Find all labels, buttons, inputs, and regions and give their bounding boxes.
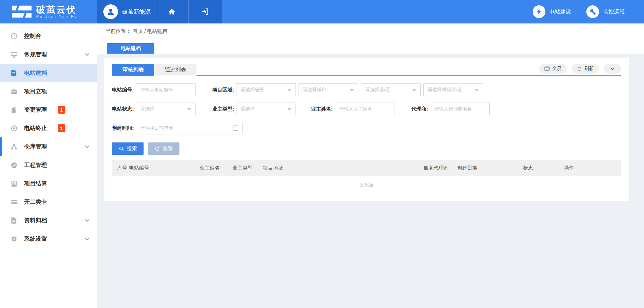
table-header-row: 序号 电站编号 业主姓名 业主类型 项目地址 服务代理商 创建日期 状态 操作 <box>112 160 621 176</box>
sidebar-item-label: 常规管理 <box>24 51 47 58</box>
chevron-down-icon <box>85 218 89 222</box>
col-status: 状态 <box>522 160 562 176</box>
account-menu[interactable]: 破茧新能源 <box>97 0 155 23</box>
col-service-agent: 服务代理商 <box>422 160 456 176</box>
sidebar-item-station-termination[interactable]: 电站终止 1 <box>0 119 97 137</box>
logout-button[interactable] <box>188 0 222 23</box>
county-select[interactable]: 请选择县/区 <box>361 83 421 96</box>
filter-row-1: 电站编号: 项目区域: 请选择省份 请选择城市 请选择县/区 请选择村镇/街道 <box>112 83 621 96</box>
agent-input[interactable] <box>430 103 490 115</box>
fullscreen-icon <box>544 66 550 71</box>
refresh-icon <box>577 66 582 71</box>
sidebar-item-warehouse-mgmt[interactable]: 仓库管理 <box>0 137 97 156</box>
user-avatar-icon <box>106 7 115 16</box>
col-created-date: 创建日期 <box>456 160 522 176</box>
tab-station-archive[interactable]: 电站建档 <box>107 43 154 54</box>
caret-down-icon <box>187 108 191 111</box>
chart-pie-icon <box>10 161 18 169</box>
briefcase-icon <box>10 87 18 96</box>
sidebar-item-station-archive[interactable]: 电站建档 <box>0 64 97 82</box>
calendar-icon <box>232 125 238 132</box>
reset-icon <box>155 146 160 151</box>
gauge-icon <box>10 32 18 40</box>
home-icon <box>168 8 176 16</box>
col-owner-type: 业主类型 <box>231 160 262 176</box>
sidebar-item-system-settings[interactable]: 系统设置 <box>0 230 97 248</box>
province-select[interactable]: 请选择省份 <box>236 83 296 96</box>
sidebar-item-label: 电站建档 <box>24 69 47 77</box>
nav-station-construction[interactable]: 电站建设 <box>533 5 571 18</box>
gear-icon <box>10 235 18 243</box>
sidebar-item-label: 仓库管理 <box>24 143 47 150</box>
filter-row-3: 创建时间: <box>112 122 621 134</box>
credit-card-icon <box>10 198 18 206</box>
tab-review-list[interactable]: 审核列表 <box>112 64 154 76</box>
col-actions: 操作 <box>562 160 621 176</box>
sidebar-item-label: 资料归档 <box>24 217 47 224</box>
owner-name-input[interactable] <box>335 103 394 115</box>
nav-monitor-ops[interactable]: 监控运维 <box>586 5 625 18</box>
sidebar-item-project-settlement[interactable]: 项目结算 <box>0 174 97 193</box>
sidebar-item-open-card[interactable]: 开二类卡 <box>0 193 97 211</box>
home-button[interactable] <box>155 0 188 23</box>
sidebar-item-label: 项目立项 <box>24 87 47 95</box>
tab-passed-list[interactable]: 通过列表 <box>154 64 197 76</box>
document-icon <box>10 69 18 77</box>
panel-tools: 全屏 刷新 <box>539 64 621 74</box>
breadcrumb-label: 当前位置： <box>106 28 131 35</box>
station-no-input[interactable] <box>136 83 196 96</box>
caret-down-icon <box>287 108 291 111</box>
header-right-nav: 电站建设 监控运维 <box>222 0 644 23</box>
caret-down-icon <box>287 89 291 91</box>
fullscreen-button[interactable]: 全屏 <box>539 64 567 74</box>
station-status-select[interactable]: 请选择 <box>136 103 196 115</box>
city-select[interactable]: 请选择城市 <box>299 83 358 96</box>
caret-down-icon <box>475 89 479 91</box>
sidebar-item-change-mgmt[interactable]: 变更管理 1 <box>0 101 97 119</box>
sidebar-item-label: 项目结算 <box>24 180 47 187</box>
sidebar-item-label: 电站终止 <box>24 124 47 132</box>
notification-badge: 1 <box>58 124 65 132</box>
calculator-icon <box>10 180 18 188</box>
owner-type-select[interactable]: 请选择 <box>236 103 296 115</box>
date-range-picker[interactable] <box>136 122 243 134</box>
reset-button[interactable]: 重置 <box>148 142 179 155</box>
sidebar: 控制台 常规管理 电站建档 项目立项 <box>0 23 97 308</box>
nav-label: 电站建设 <box>549 8 571 15</box>
caret-down-icon <box>350 89 354 91</box>
caret-down-icon <box>412 89 416 91</box>
col-project-address: 项目地址 <box>262 160 422 176</box>
region-label: 项目区域: <box>212 87 234 93</box>
chevron-down-icon <box>610 66 614 70</box>
sidebar-item-general-mgmt[interactable]: 常规管理 <box>0 45 97 64</box>
created-time-label: 创建时间: <box>112 125 134 131</box>
chevron-down-icon <box>85 52 89 56</box>
sidebar-item-label: 工程管理 <box>24 161 47 169</box>
chevron-down-icon <box>85 144 89 148</box>
sidebar-item-label: 系统设置 <box>24 235 47 243</box>
filter-form: 电站编号: 项目区域: 请选择省份 请选择城市 请选择县/区 请选择村镇/街道 <box>112 76 621 155</box>
sitemap-icon <box>10 143 18 151</box>
sidebar-item-console[interactable]: 控制台 <box>0 27 97 45</box>
refresh-button[interactable]: 刷新 <box>572 64 599 74</box>
chevron-down-icon <box>85 236 89 240</box>
collapse-button[interactable] <box>604 64 621 74</box>
page-tab-bar: 电站建档 <box>97 39 644 54</box>
logout-icon <box>201 8 209 16</box>
sidebar-item-label: 变更管理 <box>24 106 47 114</box>
company-name: 破茧新能源 <box>122 8 151 16</box>
sidebar-item-project-initiation[interactable]: 项目立项 <box>0 82 97 101</box>
sidebar-item-data-archive[interactable]: 资料归档 <box>0 211 97 230</box>
agent-label: 代理商: <box>411 106 428 112</box>
sidebar-item-label: 控制台 <box>24 32 41 40</box>
owner-name-label: 业主姓名: <box>311 106 333 112</box>
copy-icon <box>10 106 18 114</box>
col-station-no: 电站编号 <box>128 160 198 176</box>
sidebar-item-engineering-mgmt[interactable]: 工程管理 <box>0 156 97 174</box>
lightning-icon <box>535 8 543 15</box>
search-button[interactable]: 搜索 <box>112 142 144 155</box>
date-range-input[interactable] <box>136 122 243 134</box>
town-select[interactable]: 请选择村镇/街道 <box>423 83 483 96</box>
filter-actions: 搜索 重置 <box>112 142 621 155</box>
logo-title: 破茧云伏 <box>36 5 77 14</box>
